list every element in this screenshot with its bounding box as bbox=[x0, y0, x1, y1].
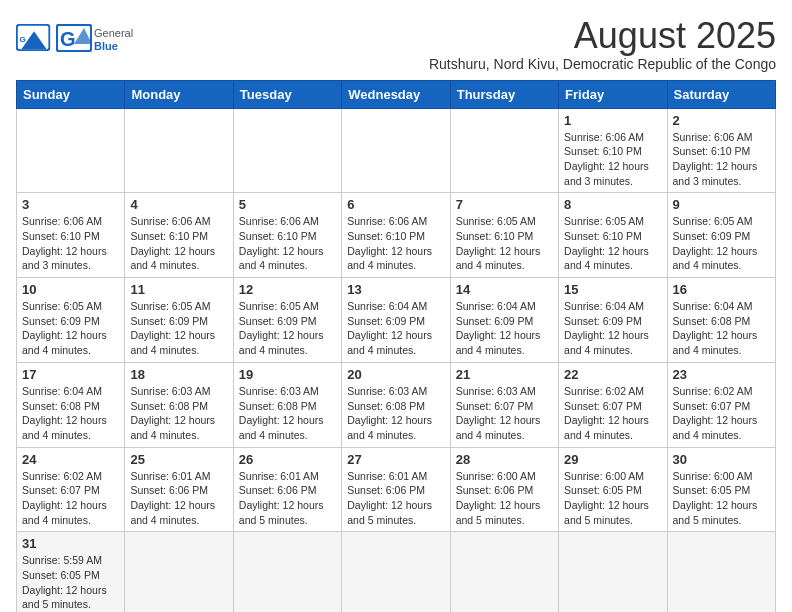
logo-svg: G General Blue bbox=[56, 24, 136, 60]
calendar-cell bbox=[342, 108, 450, 193]
calendar-cell: 15Sunrise: 6:04 AM Sunset: 6:09 PM Dayli… bbox=[559, 278, 667, 363]
calendar-cell: 30Sunrise: 6:00 AM Sunset: 6:05 PM Dayli… bbox=[667, 447, 775, 532]
weekday-header-saturday: Saturday bbox=[667, 80, 775, 108]
calendar-week-row: 24Sunrise: 6:02 AM Sunset: 6:07 PM Dayli… bbox=[17, 447, 776, 532]
calendar-cell bbox=[667, 532, 775, 612]
page-header: G G General Blue August 2025 Rutshuru, N… bbox=[16, 16, 776, 72]
calendar-cell: 27Sunrise: 6:01 AM Sunset: 6:06 PM Dayli… bbox=[342, 447, 450, 532]
day-info: Sunrise: 6:04 AM Sunset: 6:09 PM Dayligh… bbox=[347, 299, 444, 358]
day-info: Sunrise: 6:01 AM Sunset: 6:06 PM Dayligh… bbox=[347, 469, 444, 528]
calendar-cell: 11Sunrise: 6:05 AM Sunset: 6:09 PM Dayli… bbox=[125, 278, 233, 363]
day-number: 4 bbox=[130, 197, 227, 212]
day-info: Sunrise: 6:03 AM Sunset: 6:08 PM Dayligh… bbox=[130, 384, 227, 443]
day-info: Sunrise: 6:06 AM Sunset: 6:10 PM Dayligh… bbox=[239, 214, 336, 273]
day-number: 5 bbox=[239, 197, 336, 212]
logo-area: G G General Blue bbox=[16, 16, 136, 60]
calendar-cell: 19Sunrise: 6:03 AM Sunset: 6:08 PM Dayli… bbox=[233, 362, 341, 447]
calendar-cell: 8Sunrise: 6:05 AM Sunset: 6:10 PM Daylig… bbox=[559, 193, 667, 278]
day-number: 2 bbox=[673, 113, 770, 128]
day-info: Sunrise: 6:06 AM Sunset: 6:10 PM Dayligh… bbox=[130, 214, 227, 273]
calendar-cell: 9Sunrise: 6:05 AM Sunset: 6:09 PM Daylig… bbox=[667, 193, 775, 278]
day-info: Sunrise: 6:03 AM Sunset: 6:07 PM Dayligh… bbox=[456, 384, 553, 443]
calendar-cell bbox=[559, 532, 667, 612]
day-info: Sunrise: 5:59 AM Sunset: 6:05 PM Dayligh… bbox=[22, 553, 119, 612]
day-number: 19 bbox=[239, 367, 336, 382]
svg-text:G: G bbox=[60, 28, 76, 50]
calendar-cell bbox=[17, 108, 125, 193]
day-info: Sunrise: 6:05 AM Sunset: 6:09 PM Dayligh… bbox=[22, 299, 119, 358]
calendar-cell: 21Sunrise: 6:03 AM Sunset: 6:07 PM Dayli… bbox=[450, 362, 558, 447]
day-number: 25 bbox=[130, 452, 227, 467]
calendar-cell: 4Sunrise: 6:06 AM Sunset: 6:10 PM Daylig… bbox=[125, 193, 233, 278]
day-number: 12 bbox=[239, 282, 336, 297]
calendar-cell: 25Sunrise: 6:01 AM Sunset: 6:06 PM Dayli… bbox=[125, 447, 233, 532]
day-number: 13 bbox=[347, 282, 444, 297]
day-info: Sunrise: 6:05 AM Sunset: 6:09 PM Dayligh… bbox=[130, 299, 227, 358]
day-info: Sunrise: 6:01 AM Sunset: 6:06 PM Dayligh… bbox=[130, 469, 227, 528]
day-number: 29 bbox=[564, 452, 661, 467]
day-info: Sunrise: 6:00 AM Sunset: 6:05 PM Dayligh… bbox=[673, 469, 770, 528]
calendar-cell bbox=[233, 108, 341, 193]
day-number: 24 bbox=[22, 452, 119, 467]
day-number: 16 bbox=[673, 282, 770, 297]
day-info: Sunrise: 6:05 AM Sunset: 6:10 PM Dayligh… bbox=[564, 214, 661, 273]
calendar-cell: 24Sunrise: 6:02 AM Sunset: 6:07 PM Dayli… bbox=[17, 447, 125, 532]
calendar-cell: 18Sunrise: 6:03 AM Sunset: 6:08 PM Dayli… bbox=[125, 362, 233, 447]
day-number: 9 bbox=[673, 197, 770, 212]
day-info: Sunrise: 6:06 AM Sunset: 6:10 PM Dayligh… bbox=[22, 214, 119, 273]
day-info: Sunrise: 6:00 AM Sunset: 6:05 PM Dayligh… bbox=[564, 469, 661, 528]
calendar-subtitle: Rutshuru, Nord Kivu, Democratic Republic… bbox=[429, 56, 776, 72]
calendar-cell bbox=[450, 108, 558, 193]
calendar-cell: 3Sunrise: 6:06 AM Sunset: 6:10 PM Daylig… bbox=[17, 193, 125, 278]
day-info: Sunrise: 6:04 AM Sunset: 6:09 PM Dayligh… bbox=[564, 299, 661, 358]
day-info: Sunrise: 6:00 AM Sunset: 6:06 PM Dayligh… bbox=[456, 469, 553, 528]
day-info: Sunrise: 6:05 AM Sunset: 6:09 PM Dayligh… bbox=[673, 214, 770, 273]
day-number: 17 bbox=[22, 367, 119, 382]
calendar-week-row: 17Sunrise: 6:04 AM Sunset: 6:08 PM Dayli… bbox=[17, 362, 776, 447]
calendar-week-row: 31Sunrise: 5:59 AM Sunset: 6:05 PM Dayli… bbox=[17, 532, 776, 612]
calendar-cell: 14Sunrise: 6:04 AM Sunset: 6:09 PM Dayli… bbox=[450, 278, 558, 363]
calendar-cell bbox=[233, 532, 341, 612]
day-number: 31 bbox=[22, 536, 119, 551]
day-number: 1 bbox=[564, 113, 661, 128]
calendar-cell: 31Sunrise: 5:59 AM Sunset: 6:05 PM Dayli… bbox=[17, 532, 125, 612]
calendar-cell bbox=[342, 532, 450, 612]
day-info: Sunrise: 6:02 AM Sunset: 6:07 PM Dayligh… bbox=[22, 469, 119, 528]
calendar-body: 1Sunrise: 6:06 AM Sunset: 6:10 PM Daylig… bbox=[17, 108, 776, 612]
calendar-week-row: 1Sunrise: 6:06 AM Sunset: 6:10 PM Daylig… bbox=[17, 108, 776, 193]
calendar-cell: 12Sunrise: 6:05 AM Sunset: 6:09 PM Dayli… bbox=[233, 278, 341, 363]
calendar-cell: 23Sunrise: 6:02 AM Sunset: 6:07 PM Dayli… bbox=[667, 362, 775, 447]
calendar-cell: 2Sunrise: 6:06 AM Sunset: 6:10 PM Daylig… bbox=[667, 108, 775, 193]
calendar-cell: 16Sunrise: 6:04 AM Sunset: 6:08 PM Dayli… bbox=[667, 278, 775, 363]
calendar-cell bbox=[125, 108, 233, 193]
day-number: 15 bbox=[564, 282, 661, 297]
calendar-cell: 10Sunrise: 6:05 AM Sunset: 6:09 PM Dayli… bbox=[17, 278, 125, 363]
weekday-header-tuesday: Tuesday bbox=[233, 80, 341, 108]
logo-text: G General Blue bbox=[56, 24, 136, 60]
weekday-header-row: SundayMondayTuesdayWednesdayThursdayFrid… bbox=[17, 80, 776, 108]
day-number: 27 bbox=[347, 452, 444, 467]
calendar-cell: 20Sunrise: 6:03 AM Sunset: 6:08 PM Dayli… bbox=[342, 362, 450, 447]
svg-text:General: General bbox=[94, 27, 133, 39]
weekday-header-thursday: Thursday bbox=[450, 80, 558, 108]
day-number: 18 bbox=[130, 367, 227, 382]
day-number: 11 bbox=[130, 282, 227, 297]
day-info: Sunrise: 6:05 AM Sunset: 6:09 PM Dayligh… bbox=[239, 299, 336, 358]
day-number: 7 bbox=[456, 197, 553, 212]
calendar-table: SundayMondayTuesdayWednesdayThursdayFrid… bbox=[16, 80, 776, 612]
weekday-header-friday: Friday bbox=[559, 80, 667, 108]
day-info: Sunrise: 6:05 AM Sunset: 6:10 PM Dayligh… bbox=[456, 214, 553, 273]
calendar-cell bbox=[125, 532, 233, 612]
calendar-cell: 6Sunrise: 6:06 AM Sunset: 6:10 PM Daylig… bbox=[342, 193, 450, 278]
calendar-cell: 7Sunrise: 6:05 AM Sunset: 6:10 PM Daylig… bbox=[450, 193, 558, 278]
calendar-title: August 2025 bbox=[429, 16, 776, 56]
day-info: Sunrise: 6:03 AM Sunset: 6:08 PM Dayligh… bbox=[347, 384, 444, 443]
day-info: Sunrise: 6:02 AM Sunset: 6:07 PM Dayligh… bbox=[564, 384, 661, 443]
calendar-cell bbox=[450, 532, 558, 612]
day-info: Sunrise: 6:03 AM Sunset: 6:08 PM Dayligh… bbox=[239, 384, 336, 443]
calendar-cell: 28Sunrise: 6:00 AM Sunset: 6:06 PM Dayli… bbox=[450, 447, 558, 532]
calendar-cell: 13Sunrise: 6:04 AM Sunset: 6:09 PM Dayli… bbox=[342, 278, 450, 363]
day-info: Sunrise: 6:04 AM Sunset: 6:09 PM Dayligh… bbox=[456, 299, 553, 358]
day-number: 22 bbox=[564, 367, 661, 382]
day-info: Sunrise: 6:06 AM Sunset: 6:10 PM Dayligh… bbox=[347, 214, 444, 273]
